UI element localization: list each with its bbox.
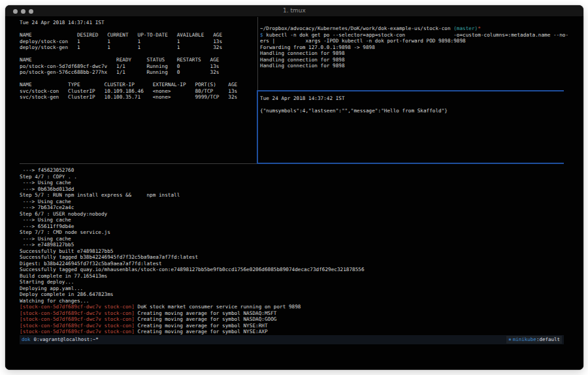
terminal-line: ---> Using cache	[20, 236, 566, 242]
pane-skaffold-log[interactable]: ---> f45623052760Step 4/7 : COPY . . ---…	[20, 166, 566, 335]
terminal-line: Digest: b38b42246945fd7f32c5ba9aea7af7fd…	[20, 261, 566, 267]
terminal-line: Handling connection for 9898	[260, 57, 568, 63]
terminal-line: Build complete in 77.165413ms	[20, 273, 566, 280]
window-title: 1. tmux	[5, 7, 583, 14]
pane-divider-vertical-active[interactable]	[257, 90, 258, 163]
terminal-window: 1. tmux Tue 24 Apr 2018 14:37:41 IST NAM…	[5, 5, 583, 370]
terminal-line: Step 6/7 : USER nobody:nobody	[20, 211, 566, 218]
terminal-line: ---> e74898127bb5	[20, 242, 566, 248]
terminal-line: [stock-con-5d7df689cf-dwc7v stock-con] C…	[20, 316, 566, 323]
terminal-line: NAME DESIRED CURRENT UP-TO-DATE AVAILABL…	[20, 32, 256, 39]
terminal-line: Step 7/7 : CMD node service.js	[20, 229, 566, 236]
terminal-line: Successfully tagged b38b42246945fd7f32c5…	[20, 254, 566, 261]
terminal-line: Forwarding from 127.0.0.1:9898 -> 9898	[260, 44, 568, 51]
terminal-line: Handling connection for 9898	[260, 63, 568, 69]
terminal-line: deploy/stock-con 1 1 1 1 13s	[20, 39, 256, 45]
terminal-line: [stock-con-5d7df689cf-dwc7v stock-con] D…	[20, 304, 566, 310]
terminal-line: Watching for changes...	[20, 298, 566, 304]
pane-divider-horizontal-active-bottom[interactable]	[257, 163, 564, 164]
terminal-line: Step 4/7 : COPY . .	[20, 174, 566, 180]
terminal-line: Handling connection for 9898	[260, 50, 568, 57]
pane-divider-vertical[interactable]	[257, 17, 258, 90]
terminal-line: ---> 7b6347ce2a4c	[20, 204, 566, 211]
pane-divider-horizontal-active[interactable]	[257, 90, 564, 91]
terminal-line: ---> f45623052760	[20, 167, 566, 174]
session-name[interactable]: dok	[22, 335, 31, 344]
tmux-status-bar: dok 0:vagrant@localhost:~* ⎈minikube:def…	[20, 335, 564, 344]
kubernetes-helm-icon: ⎈	[508, 336, 512, 344]
terminal-line: ~/Dropbox/advocacy/Kubernetes/DoK/work/d…	[260, 25, 568, 32]
terminal-line: [stock-con-5d7df689cf-dwc7v stock-con] C…	[20, 329, 566, 335]
terminal-line: Successfully tagged quay.io/mhausenblas/…	[20, 267, 566, 273]
terminal-line: ---> Using cache	[20, 217, 566, 223]
terminal-line	[20, 76, 256, 82]
status-window-label[interactable]: 0:vagrant@localhost:~*	[34, 335, 99, 344]
terminal-line: NAME READY STATUS RESTARTS AGE	[20, 57, 256, 63]
terminal-line: Step 5/7 : RUN npm install express && np…	[20, 192, 566, 199]
terminal-line: [stock-con-5d7df689cf-dwc7v stock-con] C…	[20, 310, 566, 317]
terminal-line: Deploy complete in 286.647823ms	[20, 291, 566, 298]
terminal-line: Starting deploy...	[20, 279, 566, 285]
terminal-line: svc/stock-gen ClusterIP 10.100.35.71 <no…	[20, 94, 256, 101]
pane-port-forward[interactable]: ~/Dropbox/advocacy/Kubernetes/DoK/work/d…	[260, 17, 568, 89]
terminal-line: po/stock-gen-576cc688bb-277hx 1/1 Runnin…	[20, 69, 256, 76]
terminal-line: ---> 65611ff9db4e	[20, 223, 566, 230]
terminal-line: Deploying app.yaml...	[20, 285, 566, 292]
terminal-line	[20, 26, 256, 33]
window-titlebar[interactable]: 1. tmux	[5, 5, 583, 17]
kube-namespace: :default	[536, 336, 560, 344]
terminal-line: svc/stock-con ClusterIP 10.109.186.46 <n…	[20, 88, 256, 95]
terminal-line: po/stock-con-5d7df689cf-dwc7v 1/1 Runnin…	[20, 63, 256, 70]
terminal-line: [stock-con-5d7df689cf-dwc7v stock-con] C…	[20, 323, 566, 329]
terminal-line: ---> Using cache	[20, 180, 566, 186]
terminal-line: ers | xargs -IPOD kubectl -n dok port-fo…	[260, 38, 568, 44]
terminal-line: ---> 0b636bd013dd	[20, 186, 566, 193]
terminal-line: {"numsymbols":4,"lastseen":"","message":…	[260, 108, 568, 114]
status-right-group: ⎈minikube:default	[506, 336, 562, 344]
terminal-line: Successfully built e74898127bb5	[20, 248, 566, 255]
pane-kubectl-watch[interactable]: Tue 24 Apr 2018 14:37:41 IST NAME DESIRE…	[20, 18, 256, 162]
pane-divider-horizontal[interactable]	[20, 163, 257, 164]
tmux-terminal: Tue 24 Apr 2018 14:37:41 IST NAME DESIRE…	[5, 17, 583, 370]
terminal-line: deploy/stock-gen 1 1 1 1 32s	[20, 44, 256, 51]
terminal-line: ---> Using cache	[20, 199, 566, 205]
terminal-line	[260, 102, 568, 108]
terminal-line: NAME TYPE CLUSTER-IP EXTERNAL-IP PORT(S)…	[20, 82, 256, 88]
kube-context: minikube	[513, 336, 536, 344]
terminal-line: $ kubectl -n dok get po --selector=app=s…	[260, 32, 568, 39]
terminal-line	[20, 51, 256, 57]
terminal-line: Tue 24 Apr 2018 14:37:41 IST	[20, 20, 256, 26]
terminal-line: Tue 24 Apr 2018 14:37:42 IST	[260, 95, 568, 102]
pane-curl-output[interactable]: Tue 24 Apr 2018 14:37:42 IST {"numsymbol…	[260, 94, 568, 162]
desktop-background: 1. tmux Tue 24 Apr 2018 14:37:41 IST NAM…	[0, 0, 588, 375]
